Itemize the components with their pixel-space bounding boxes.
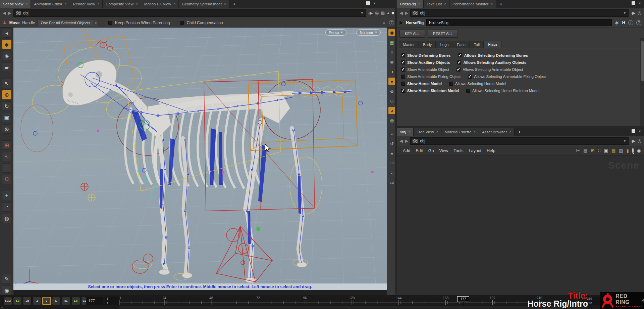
current-frame-field[interactable]: 177: [86, 297, 103, 305]
jump-start-button[interactable]: ▮◀◀: [3, 297, 12, 305]
tab-network-3[interactable]: Asset Browser×: [479, 128, 515, 136]
select-arrow-icon[interactable]: ↖: [2, 79, 11, 88]
tab-left-4[interactable]: Motion FX View×: [141, 0, 179, 8]
camera-pill[interactable]: No cam ▼: [356, 29, 381, 36]
scale-tool-icon[interactable]: ▣: [2, 113, 11, 122]
tab-network-2[interactable]: Material Palette×: [441, 128, 479, 136]
global-end-field[interactable]: 240: [586, 301, 600, 305]
new-tab-icon[interactable]: +: [496, 0, 506, 8]
geometry-cube-icon[interactable]: ▧: [381, 11, 385, 15]
tab-param-1[interactable]: Take List×: [424, 0, 449, 8]
checkbox[interactable]: [457, 68, 461, 72]
pin-icon[interactable]: -▶: [631, 139, 635, 143]
visibility-eye-icon[interactable]: ◉: [388, 29, 396, 36]
step-back-button[interactable]: ◀▮: [23, 297, 32, 305]
checkbox[interactable]: [466, 89, 470, 93]
snap-curve-icon[interactable]: ∿: [2, 152, 11, 161]
close-icon[interactable]: ×: [436, 130, 438, 134]
list-view-icon[interactable]: ▤: [583, 148, 587, 153]
back-icon[interactable]: ◀: [399, 138, 403, 143]
show-markers-icon[interactable]: ◃: [388, 169, 396, 177]
scene-path-field[interactable]: obj ▼: [13, 9, 366, 17]
show-pins-icon[interactable]: ∗: [388, 150, 396, 157]
close-icon[interactable]: ×: [509, 130, 511, 134]
prev-key-button[interactable]: ▮◀: [13, 297, 22, 305]
handles-icon[interactable]: +: [2, 191, 11, 200]
network-path-field[interactable]: obj ▼: [410, 137, 629, 145]
pane-controls[interactable]: ▼: [632, 1, 641, 5]
transform-tool-icon[interactable]: ⊛: [2, 124, 11, 134]
back-icon[interactable]: ◀: [3, 10, 6, 15]
pane-maximize-icon[interactable]: [366, 1, 370, 5]
play-button[interactable]: ▶: [52, 297, 61, 305]
checkbox[interactable]: [401, 75, 405, 79]
help-icon[interactable]: ?: [636, 20, 641, 25]
visibility-icon[interactable]: ◉: [637, 148, 641, 153]
orient-picker-icon[interactable]: ◔: [2, 202, 11, 212]
menu-add[interactable]: Add: [400, 147, 413, 154]
playhead-marker[interactable]: 177: [457, 296, 469, 302]
forward-icon[interactable]: ▶: [405, 10, 408, 15]
toolbar-scroll-icon[interactable]: ◂: [2, 28, 11, 38]
close-icon[interactable]: ×: [474, 130, 476, 134]
menu-layout[interactable]: Layout: [466, 147, 484, 154]
checkbox[interactable]: [401, 53, 405, 57]
point-numbers-icon[interactable]: 1.2: [388, 160, 396, 167]
playback-start-field[interactable]: 1: [105, 297, 119, 301]
tab-left-5[interactable]: Geometry Spreadsheet×: [179, 0, 229, 8]
handle-label[interactable]: Handle: [22, 20, 35, 25]
rotate-tool-icon[interactable]: ↻: [2, 101, 11, 111]
show-hooks-icon[interactable]: ↺: [388, 140, 396, 147]
shade-mode-icon[interactable]: ◕: [387, 11, 389, 15]
3d-viewport[interactable]: z x Persp ▼ No cam ▼ Select one or more …: [13, 28, 387, 295]
select-dynamics-icon[interactable]: ▰: [2, 62, 11, 72]
headlight-icon[interactable]: ●: [388, 78, 396, 85]
close-icon[interactable]: ×: [173, 2, 175, 6]
path-dropdown-icon[interactable]: ▼: [360, 11, 364, 15]
tab-network-1[interactable]: Tree View×: [414, 128, 441, 136]
material-shade-icon[interactable]: ◕: [388, 107, 396, 114]
spinner-icon[interactable]: ▲▼: [94, 20, 98, 25]
play-reverse-button[interactable]: ◀: [33, 297, 41, 305]
new-tab-icon[interactable]: +: [515, 128, 524, 136]
pane-menu-icon[interactable]: ▼: [638, 2, 641, 5]
prim-numbers-icon[interactable]: 1.2: [388, 179, 396, 186]
forward-icon[interactable]: ▶: [8, 10, 11, 15]
key-all-button[interactable]: KEY ALL: [399, 30, 425, 38]
tab-left-3[interactable]: Composite View×: [103, 0, 141, 8]
playbar-expand-icon[interactable]: ▼: [1, 306, 3, 309]
background-image-icon[interactable]: ▨: [619, 148, 623, 153]
show-points-icon[interactable]: •: [388, 130, 396, 138]
step-forward-button[interactable]: ▮▶: [62, 297, 70, 305]
sort-icon[interactable]: ≡: [383, 20, 385, 25]
search-icon[interactable]: [632, 148, 634, 153]
shade-sphere-icon[interactable]: ◑: [388, 68, 396, 75]
forward-icon[interactable]: ▶: [405, 138, 408, 143]
folder-tab-face[interactable]: Face: [453, 41, 470, 48]
close-icon[interactable]: ×: [26, 2, 28, 6]
organize-icon[interactable]: ⊢: [576, 148, 580, 153]
folder-tab-master[interactable]: Master: [399, 41, 419, 48]
checkbox[interactable]: [457, 60, 461, 64]
param-path-field[interactable]: obj ▼: [410, 9, 629, 17]
pane-maximize-icon[interactable]: [632, 129, 635, 133]
keep-position-checkbox[interactable]: [108, 21, 112, 25]
folder-tab-tail[interactable]: Tail: [470, 41, 484, 48]
timeline-scrollbar[interactable]: ····: [119, 306, 588, 309]
tab-left-1[interactable]: Animation Editor×: [31, 0, 70, 8]
handle-mode-dropdown[interactable]: One For All Selected Objects ▲▼: [38, 19, 98, 26]
menu-edit[interactable]: Edit: [413, 147, 426, 154]
pane-controls[interactable]: ▼: [632, 129, 641, 133]
move-tool-icon[interactable]: ⊕: [2, 90, 11, 99]
menu-go[interactable]: Go: [426, 147, 437, 154]
path-dropdown-icon[interactable]: ▼: [623, 139, 626, 143]
gear-icon[interactable]: ∗: [614, 19, 619, 26]
pin-icon[interactable]: -▶: [631, 11, 635, 15]
folder-tab-flags[interactable]: Flags: [484, 41, 501, 48]
lock-icon[interactable]: ∩: [388, 48, 396, 56]
close-icon[interactable]: ×: [97, 2, 99, 6]
snapshot-square-icon[interactable]: ■: [391, 11, 394, 15]
pane-menu-icon[interactable]: ▼: [373, 2, 376, 5]
link-radial-icon[interactable]: ◎: [375, 11, 379, 15]
close-icon[interactable]: ×: [409, 130, 411, 134]
